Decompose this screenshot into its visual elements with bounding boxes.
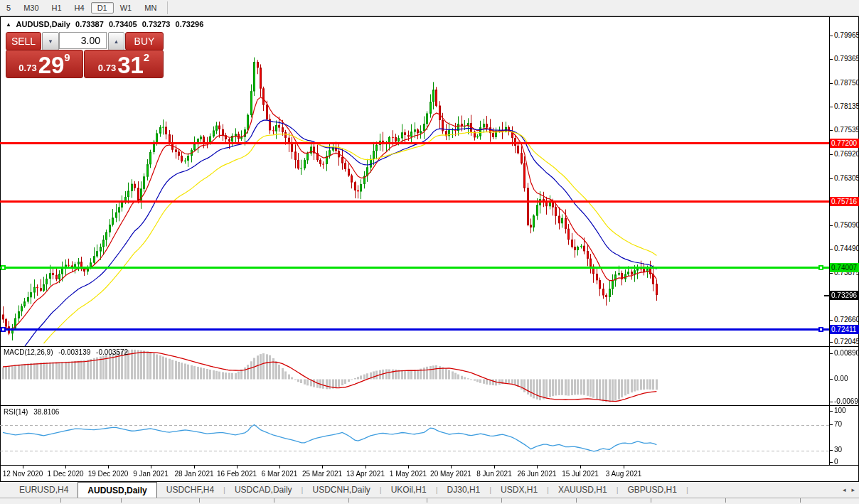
date-label: 12 Nov 2020 [0,470,46,478]
volume-decrease-button[interactable]: ▾ [42,32,59,50]
price-tick-label: 0.76305 [834,174,859,182]
timeframe-h1[interactable]: H1 [46,2,68,14]
date-label: 1 May 2021 [385,470,432,478]
price-tick-mark [829,36,833,36]
tab-xauusd-h1[interactable]: XAUUSD,H1 [549,482,617,498]
ask-price-box[interactable]: 0.73 31 2 [84,50,164,78]
macd-name: MACD(12,26,9) [4,348,53,356]
tab-dj30-h1[interactable]: DJ30,H1 [438,482,490,498]
date-tick-mark [408,466,409,468]
tab-eurusd-h4[interactable]: EURUSD,H4 [10,482,78,498]
rsi-axis-label: 100 [834,407,846,414]
price-tick-mark [829,249,833,250]
level-endpoint-marker[interactable] [818,265,823,270]
date-tick-mark [194,466,195,468]
volume-input[interactable] [59,32,107,49]
ohlc-open: 0.73387 [75,20,104,28]
rsi-axis-label: 0 [834,458,838,466]
price-tick-mark [829,342,833,343]
date-tick-mark [451,466,452,468]
price-level-badge: 0.77200 [830,139,859,148]
date-tick-mark [237,466,238,468]
date-tick-mark [366,466,366,468]
rsi-indicator-canvas[interactable] [0,406,829,465]
date-label: 26 Jun 2021 [513,470,560,478]
timeframe-d1[interactable]: D1 [91,2,114,14]
ohlc-high: 0.73405 [109,20,137,28]
date-tick-mark [23,466,23,468]
bid-price-box[interactable]: 0.73 29 9 [6,50,83,78]
price-tick-label: 0.78135 [834,102,859,110]
rsi-axis-label: 30 [834,446,842,454]
tab-usdchf-h4[interactable]: USDCHF,H4 [157,482,223,498]
tab-scroll-left-icon[interactable]: ◂ [843,486,846,493]
timeframe-h4[interactable]: H4 [68,2,91,14]
tab-usdcad-daily[interactable]: USDCAD,Daily [225,482,302,498]
date-label: 6 Mar 2021 [256,470,303,478]
price-level-line-0.72411[interactable] [0,328,829,331]
ask-pip-digit: 2 [144,51,149,63]
price-tick-mark [829,107,833,107]
timeframe-toolbar: 5M30H1H4D1W1MN [0,0,859,16]
buy-button-label: BUY [134,36,155,47]
date-label: 3 Aug 2021 [600,470,647,478]
ask-prefix: 0.73 [98,63,116,73]
tab-separator: | [686,482,688,498]
price-level-badge: 0.75716 [830,197,859,206]
bottom-strip [0,498,859,504]
rsi-tick-mark [829,462,833,463]
tab-usdx-h1[interactable]: USDX,H1 [491,482,547,498]
buy-button[interactable]: BUY [125,32,164,50]
level-endpoint-marker[interactable] [818,327,823,332]
timeframe-w1[interactable]: W1 [114,2,139,14]
chevron-up-icon: ▴ [114,38,118,45]
price-level-line-0.77200[interactable] [0,142,829,144]
current-price-badge: 0.73296 [830,291,859,300]
date-label: 16 Feb 2021 [213,470,260,478]
date-label: 28 Jan 2021 [171,470,218,478]
level-endpoint-marker[interactable] [1,265,6,270]
tab-ukoil-h1[interactable]: UKOil,H1 [382,482,436,498]
macd-axis-label: -0.006977 [834,397,859,405]
collapse-arrow-icon[interactable]: ▲ [6,21,11,28]
strip-tick [651,498,651,503]
price-tick-mark [829,178,833,179]
strip-tick [576,498,577,503]
price-level-line-0.75716[interactable] [0,200,829,203]
tab-audusd-daily[interactable]: AUDUSD,Daily [78,482,156,498]
chart-tab-bar: EURUSD,H4AUDUSD,DailyUSDCHF,H4|USDCAD,Da… [0,482,859,498]
price-tick-label: 0.79365 [834,55,859,63]
timeframe-5[interactable]: 5 [0,2,17,14]
tab-scroll-right-icon[interactable]: ▸ [851,486,855,493]
price-tick-mark [829,225,833,226]
price-tick-mark [829,154,833,155]
sell-button-label: SELL [11,36,36,47]
chevron-down-icon: ▾ [49,38,53,45]
strip-tick [348,498,349,503]
timeframe-m30[interactable]: M30 [17,2,45,14]
price-tick-label: 0.79965 [834,31,859,39]
level-endpoint-marker[interactable] [1,327,6,332]
price-level-line-0.74007[interactable] [0,267,829,269]
rsi-tick-mark [829,411,833,412]
macd-label-row: MACD(12,26,9) -0.003139 -0.003572 [4,348,132,356]
volume-increase-button[interactable]: ▴ [108,32,124,50]
timeframe-mn[interactable]: MN [138,2,163,14]
price-tick-label: 0.72045 [834,338,859,345]
date-label: 8 Jun 2021 [471,470,518,478]
date-label: 19 Dec 2020 [85,470,132,478]
macd-axis-label: 0.008903 [834,349,859,357]
date-tick-mark [537,466,538,468]
tab-usdcnh-daily[interactable]: USDCNH,Daily [303,482,379,498]
price-tick-mark [829,273,833,274]
price-tick-label: 0.72660 [834,316,859,323]
strip-tick [199,498,200,503]
strip-tick [274,498,274,503]
date-label: 15 Jul 2021 [557,470,604,478]
tab-gbpusd-h1[interactable]: GBPUSD,H1 [619,482,686,498]
date-label: 20 May 2021 [427,470,474,478]
price-tick-mark [829,320,833,321]
macd-value: -0.003139 [58,348,90,356]
strip-tick [427,498,427,503]
sell-button[interactable]: SELL [6,32,41,50]
